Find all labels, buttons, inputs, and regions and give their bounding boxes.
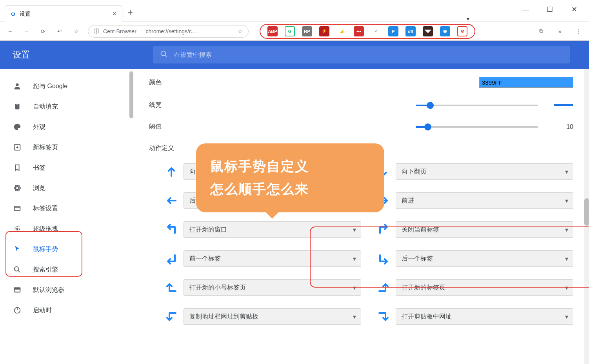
sidebar-item-search[interactable]: 搜索引擎: [0, 259, 133, 280]
gesture-action-select[interactable]: 前一个标签: [184, 250, 361, 267]
gesture-action-select[interactable]: 关闭当前标签: [396, 221, 573, 238]
menu-button[interactable]: ⋮: [574, 27, 584, 36]
sidebar-item-label: 书签: [33, 164, 45, 172]
forward-button[interactable]: →: [22, 27, 31, 36]
gesture-action-select[interactable]: 前进: [396, 192, 573, 209]
gesture-action-select[interactable]: 向下翻页: [396, 163, 573, 180]
back-button[interactable]: ←: [5, 27, 15, 36]
extension-park[interactable]: P: [388, 26, 398, 36]
sidebar-item-label: 自动填充: [33, 103, 58, 111]
gesture-up-right-icon: [377, 223, 390, 236]
sidebar-item-plus-box[interactable]: 新标签页: [0, 137, 133, 158]
gesture-action-select[interactable]: 打开新的标签页: [396, 279, 573, 296]
svg-point-15: [15, 267, 19, 271]
gesture-left-down: 复制地址栏网址到剪贴板: [165, 308, 361, 325]
svg-line-1: [165, 55, 167, 57]
extension-lastpass[interactable]: •••: [354, 26, 364, 36]
settings-header: 设置 在设置中搜索: [0, 41, 589, 69]
undo-button[interactable]: ↶: [55, 27, 64, 36]
extension-compass[interactable]: ◉: [440, 26, 450, 36]
svg-point-2: [16, 83, 18, 86]
content-scrollbar[interactable]: [584, 69, 589, 364]
extension-colorpick[interactable]: ◢: [336, 26, 347, 36]
extensions-area: ABPGRP⚡◢•••✓Poff◥◤◉⊘: [260, 24, 475, 39]
sidebar-item-drag[interactable]: 超级拖拽: [0, 219, 133, 239]
star-button[interactable]: ☆: [71, 27, 81, 36]
gesture-down-left: 前一个标签: [165, 250, 361, 267]
sidebar-item-atom[interactable]: 浏览: [0, 178, 133, 198]
sidebar-item-palette[interactable]: 外观: [0, 117, 133, 137]
tab-title: 设置: [20, 11, 31, 18]
sidebar-item-label: 外观: [33, 123, 45, 131]
sidebar-item-label: 标签设置: [33, 205, 58, 213]
gesture-action-select[interactable]: 打开新的小号标签页: [184, 279, 361, 296]
gesture-left-up-icon: [165, 281, 178, 294]
sidebar-item-power[interactable]: 启动时: [0, 300, 133, 321]
gesture-right: 前进: [377, 192, 573, 209]
sidebar-item-label: 超级拖拽: [33, 225, 58, 233]
minimize-button[interactable]: —: [522, 5, 529, 13]
tab-strip: ⚙ 设置 × +: [0, 0, 589, 22]
threshold-slider[interactable]: [416, 126, 538, 128]
palette-icon: [13, 122, 22, 132]
svg-line-16: [18, 270, 20, 272]
maximize-button[interactable]: ☐: [546, 5, 554, 13]
settings-search[interactable]: 在设置中搜索: [153, 46, 570, 63]
sidebar-scrollbar[interactable]: [129, 71, 133, 118]
close-tab-icon[interactable]: ×: [112, 10, 116, 18]
extension-flash[interactable]: ⚡: [319, 26, 329, 36]
power-icon: [13, 306, 22, 315]
gesture-down-right: 后一个标签: [377, 250, 573, 267]
sidebar-item-cursor[interactable]: 鼠标手势: [0, 239, 133, 259]
crop-icon[interactable]: ⧉: [536, 27, 546, 36]
threshold-row: 阈值 10: [149, 123, 573, 131]
linewidth-label: 线宽: [149, 101, 188, 109]
clipboard-icon: [13, 102, 22, 111]
sidebar-item-label: 您与 Google: [33, 82, 67, 91]
new-tab-button[interactable]: +: [128, 7, 133, 22]
close-window-button[interactable]: ✕: [570, 5, 578, 13]
extension-grammarly[interactable]: G: [285, 26, 295, 36]
svg-rect-18: [15, 288, 20, 290]
gesture-action-select[interactable]: 后一个标签: [396, 250, 573, 267]
extension-block[interactable]: ⊘: [457, 26, 467, 36]
bubble-line1: 鼠标手势自定义: [210, 155, 370, 178]
gesture-right-down: 打开剪贴板中网址: [377, 308, 573, 325]
tab-icon: [13, 204, 22, 213]
sidebar-item-person[interactable]: 您与 Google: [0, 76, 133, 96]
reload-button[interactable]: ⟳: [38, 27, 48, 36]
tab-settings[interactable]: ⚙ 设置 ×: [5, 5, 122, 22]
gesture-action-select[interactable]: 打开剪贴板中网址: [396, 308, 573, 325]
color-input[interactable]: [479, 77, 573, 88]
window-controls: — ☐ ✕: [511, 0, 589, 19]
chevrons-icon[interactable]: »: [555, 27, 565, 36]
extension-abp[interactable]: ABP: [267, 26, 278, 36]
sidebar-item-clipboard[interactable]: 自动填充: [0, 96, 133, 117]
linewidth-preview: [554, 104, 573, 106]
address-bar[interactable]: ⓘ Cent Browser | chrome://settings/c… ☆: [88, 25, 249, 38]
gesture-action-select[interactable]: 复制地址栏网址到剪贴板: [184, 308, 361, 325]
sidebar-item-browser[interactable]: 默认浏览器: [0, 280, 133, 300]
bookmark-star-icon[interactable]: ☆: [238, 28, 243, 34]
linewidth-slider[interactable]: [416, 105, 538, 106]
extension-check[interactable]: ✓: [371, 26, 381, 36]
page-title: 设置: [0, 49, 153, 61]
search-icon: [13, 265, 22, 274]
cursor-icon: [13, 244, 22, 254]
sidebar-item-label: 新标签页: [33, 143, 58, 152]
annotation-bubble: 鼠标手势自定义 怎么顺手怎么来: [196, 143, 384, 212]
extension-incognito[interactable]: ◥◤: [423, 26, 433, 36]
color-row: 颜色: [149, 77, 573, 88]
threshold-value: 10: [554, 123, 573, 130]
svg-rect-4: [16, 103, 18, 105]
omnibox-prefix: Cent Browser: [103, 28, 136, 34]
extension-axure[interactable]: RP: [302, 26, 312, 36]
sidebar-item-label: 浏览: [33, 184, 45, 192]
extension-switch[interactable]: off: [405, 26, 416, 36]
sidebar-item-bookmark[interactable]: 书签: [0, 158, 133, 178]
browser-icon: [13, 285, 22, 295]
overflow-caret-icon[interactable]: ▾: [467, 16, 469, 22]
sidebar-item-tab[interactable]: 标签设置: [0, 198, 133, 219]
gesture-down-right-icon: [377, 252, 390, 265]
linewidth-row: 线宽: [149, 101, 573, 109]
